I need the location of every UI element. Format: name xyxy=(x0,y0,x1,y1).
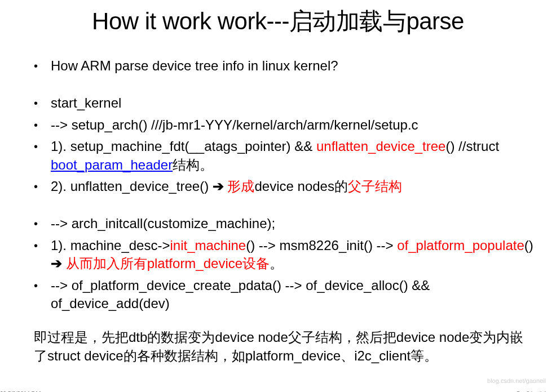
arrow-icon: ➔ xyxy=(213,179,224,194)
slide-content: How it work work---启动加载与parse • How ARM … xyxy=(0,0,556,392)
list-item: • --> arch_initcall(customize_machine); xyxy=(34,215,533,233)
text-red: unflatten_device_tree xyxy=(316,139,446,154)
text-red: 形成 xyxy=(224,179,255,194)
bullet-text: How ARM parse device tree info in linux … xyxy=(51,57,533,75)
text-segment: 。 xyxy=(270,256,283,271)
spacer xyxy=(34,78,533,94)
list-item: • 1). machine_desc->init_machine() --> m… xyxy=(34,237,533,273)
bullet-marker: • xyxy=(34,94,51,111)
bullet-text: --> setup_arch() ///jb-mr1-YYY/kernel/ar… xyxy=(51,116,533,134)
bullet-marker: • xyxy=(34,177,51,194)
text-segment: () //struct xyxy=(445,139,499,154)
text-segment: device nodes的 xyxy=(255,179,348,194)
text-segment: () --> msm8226_init() --> xyxy=(246,238,397,253)
link-text[interactable]: boot_param_header xyxy=(51,157,173,172)
text-segment: 1). machine_desc-> xyxy=(51,238,170,253)
bullet-marker: • xyxy=(34,215,51,231)
bullet-marker: • xyxy=(34,237,51,253)
watermark: blog.csdn.net/gaoneil xyxy=(487,377,546,384)
bullet-text: --> of_platform_device_create_pdata() --… xyxy=(51,277,533,313)
arrow-icon: ➔ xyxy=(51,256,62,271)
bullet-marker: • xyxy=(34,116,51,133)
text-red: init_machine xyxy=(170,238,246,253)
bullet-text: 1). machine_desc->init_machine() --> msm… xyxy=(51,237,533,273)
text-segment: 2). unflatten_device_tree() xyxy=(51,179,213,194)
list-item: • 1). setup_machine_fdt(__atags_pointer)… xyxy=(34,137,533,174)
text-segment: () xyxy=(524,238,533,253)
text-red: of_platform_populate xyxy=(397,238,524,253)
slide-title: How it work work---启动加载与parse xyxy=(23,6,533,37)
text-red: 父子结构 xyxy=(348,179,402,194)
bullet-text: start_kernel xyxy=(51,94,533,112)
bullet-marker: • xyxy=(34,137,51,154)
list-item: • 2). unflatten_device_tree() ➔ 形成device… xyxy=(34,177,533,195)
list-item: • --> of_platform_device_create_pdata() … xyxy=(34,277,533,313)
spacer xyxy=(34,199,533,215)
text-segment: 1). setup_machine_fdt(__atags_pointer) &… xyxy=(51,139,316,154)
text-red: 从而加入所有platform_device设备 xyxy=(62,256,270,271)
summary-text: 即过程是，先把dtb的数据变为device node父子结构，然后把device… xyxy=(23,328,533,365)
bullet-text: 2). unflatten_device_tree() ➔ 形成device n… xyxy=(51,177,533,195)
text-segment: 结构。 xyxy=(173,157,213,172)
bullet-text: --> arch_initcall(customize_machine); xyxy=(51,215,533,233)
list-item: • --> setup_arch() ///jb-mr1-YYY/kernel/… xyxy=(34,116,533,134)
bullet-text: 1). setup_machine_fdt(__atags_pointer) &… xyxy=(51,137,533,174)
list-item: • start_kernel xyxy=(34,94,533,112)
bullet-list: • How ARM parse device tree info in linu… xyxy=(23,57,533,313)
bullet-marker: • xyxy=(34,277,51,293)
list-item: • How ARM parse device tree info in linu… xyxy=(34,57,533,75)
bullet-marker: • xyxy=(34,57,51,74)
